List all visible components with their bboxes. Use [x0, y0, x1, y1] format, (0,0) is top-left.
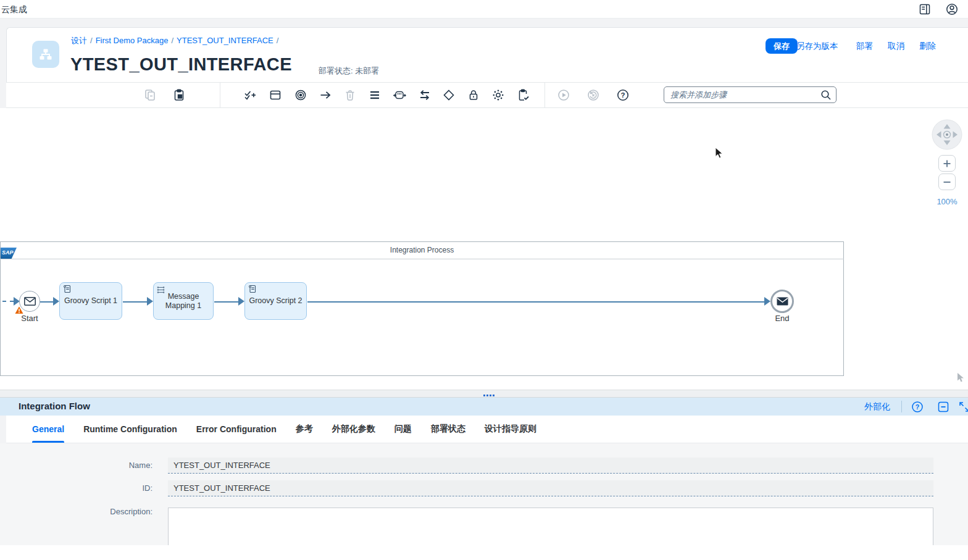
id-label: ID: — [0, 483, 152, 493]
toolbar-separator — [544, 83, 545, 107]
integration-process-box[interactable] — [0, 241, 844, 376]
mouse-cursor-icon — [715, 147, 724, 162]
gateway-diamond-icon[interactable] — [440, 86, 458, 104]
lock-icon[interactable] — [464, 86, 483, 104]
name-field[interactable] — [168, 458, 933, 474]
shell-bar: 云集成 — [0, 0, 968, 19]
tab-problems[interactable]: 问题 — [394, 416, 412, 443]
breadcrumb: 设计/First Demo Package/YTEST_OUT_INTERFAC… — [71, 35, 282, 46]
script-scroll-icon — [63, 285, 72, 296]
general-form: Name: ID: Description: — [0, 443, 968, 545]
toolbar-separator — [220, 83, 220, 107]
save-as-version-button[interactable]: 另存为版本 — [796, 38, 838, 54]
properties-panel-title: Integration Flow — [19, 401, 90, 411]
copy-icon — [141, 86, 159, 104]
play-icon — [554, 86, 573, 104]
menu-lines-icon[interactable] — [365, 86, 384, 104]
expand-panel-icon[interactable] — [958, 400, 968, 414]
connector-arrowhead — [238, 297, 244, 306]
save-button[interactable]: 保存 — [766, 38, 798, 54]
panel-footer-space — [0, 545, 968, 560]
breadcrumb-separator: / — [90, 36, 93, 45]
start-inbound-connector — [2, 301, 14, 302]
restore-icon — [584, 86, 603, 104]
tab-general[interactable]: General — [32, 416, 64, 443]
search-add-step — [664, 86, 837, 103]
breadcrumb-separator: / — [277, 36, 279, 45]
breadcrumb-design[interactable]: 设计 — [71, 36, 87, 45]
name-label: Name: — [0, 461, 152, 470]
warning-icon — [15, 306, 23, 317]
end-label: End — [767, 314, 798, 323]
feed-icon[interactable] — [917, 2, 932, 17]
connector-arrowhead — [53, 297, 59, 306]
svg-text:?: ? — [916, 403, 919, 411]
end-event-node[interactable] — [770, 290, 794, 313]
zoom-out-button[interactable] — [938, 173, 956, 190]
panel-header-separator — [901, 401, 902, 412]
envelope-icon — [24, 297, 36, 306]
search-icon[interactable] — [820, 90, 832, 103]
pan-control[interactable] — [932, 119, 962, 150]
target-icon[interactable] — [291, 86, 310, 104]
integration-process-header[interactable]: Integration Process — [0, 241, 844, 259]
deploy-button[interactable]: 部署 — [856, 38, 873, 54]
connector-line — [40, 301, 54, 303]
connector-line — [123, 301, 147, 303]
account-icon[interactable] — [945, 2, 959, 17]
connector-arrowhead — [147, 297, 153, 306]
deployment-status: 部署状态: 未部署 — [319, 65, 379, 77]
panel-splitter[interactable] — [0, 390, 968, 398]
tab-runtime-configuration[interactable]: Runtime Configuration — [83, 416, 177, 443]
mapping-icon — [157, 285, 165, 296]
search-input[interactable] — [664, 86, 837, 103]
screen: 云集成 设计/First Demo Package/YTEST_OUT_INTE… — [0, 0, 968, 560]
content-modifier-icon[interactable] — [266, 86, 285, 104]
tab-error-configuration[interactable]: Error Configuration — [196, 416, 277, 443]
breadcrumb-package[interactable]: First Demo Package — [96, 36, 169, 45]
app-title: 云集成 — [1, 4, 27, 15]
externalize-button[interactable]: 外部化 — [864, 401, 890, 412]
tab-design-guidelines[interactable]: 设计指导原则 — [485, 416, 536, 443]
iflow-type-icon — [32, 41, 59, 68]
flow-canvas[interactable]: Integration Process SAP Start — [0, 108, 968, 390]
properties-tabstrip: General Runtime Configuration Error Conf… — [6, 416, 968, 443]
panel-help-icon[interactable]: ? — [911, 400, 924, 414]
properties-panel-header — [0, 398, 968, 416]
tab-externalized-parameters[interactable]: 外部化参数 — [332, 416, 375, 443]
arrow-right-icon[interactable] — [316, 86, 335, 104]
connector-arrowhead — [764, 297, 770, 306]
id-field[interactable] — [168, 480, 933, 496]
tab-references[interactable]: 参考 — [296, 416, 313, 443]
envelope-filled-icon — [777, 297, 788, 306]
clipboard-check-icon[interactable] — [514, 86, 532, 104]
tab-deployment-status[interactable]: 部署状态 — [431, 416, 465, 443]
connector-line — [307, 301, 765, 303]
cancel-button[interactable]: 取消 — [888, 38, 904, 54]
collapse-panel-icon[interactable] — [937, 400, 950, 414]
breadcrumb-separator: / — [171, 36, 173, 45]
hub-icon[interactable] — [489, 86, 507, 104]
paste-icon[interactable] — [170, 86, 188, 104]
breadcrumb-interface[interactable]: YTEST_OUT_INTERFACE — [177, 36, 273, 45]
help-icon[interactable]: ? — [614, 86, 632, 104]
page-title: YTEST_OUT_INTERFACE — [70, 54, 292, 75]
description-label: Description: — [0, 507, 152, 516]
delete-button[interactable]: 删除 — [919, 38, 936, 54]
connector-line — [214, 301, 238, 303]
add-step-icon[interactable] — [241, 86, 259, 104]
integration-process-title: Integration Process — [390, 246, 454, 254]
ghost-cursor-icon — [956, 372, 966, 386]
zoom-in-button[interactable] — [938, 155, 956, 172]
svg-text:?: ? — [620, 91, 625, 99]
zoom-level: 100% — [932, 197, 962, 206]
timer-icon[interactable] — [390, 86, 409, 104]
script-scroll-icon — [248, 285, 257, 296]
trash-icon — [341, 86, 359, 104]
swap-arrows-icon[interactable] — [415, 86, 434, 104]
description-field[interactable] — [168, 508, 933, 545]
